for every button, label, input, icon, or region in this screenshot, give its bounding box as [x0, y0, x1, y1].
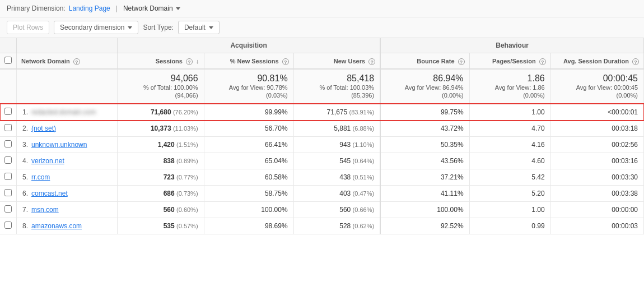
row-avg-cell: 00:00:03 [550, 218, 643, 234]
row-checkbox[interactable] [4, 156, 12, 164]
row-pct-new-cell: 100.00% [204, 202, 293, 218]
new-users-value: 438 [339, 173, 351, 181]
row-pct-new-cell: 58.75% [204, 186, 293, 202]
sessions-value: 10,373 [151, 124, 171, 132]
row-domain-link[interactable]: amazonaws.com [31, 222, 82, 230]
row-checkbox-cell [0, 137, 17, 153]
data-table: Acquisition Behaviour Network Domain ? S… [0, 38, 644, 234]
sessions-value: 838 [164, 157, 175, 165]
totals-row: 94,066 % of Total: 100.00% (94,066) 90.8… [0, 69, 644, 104]
row-domain-link[interactable]: msn.com [31, 206, 59, 214]
select-all-checkbox[interactable] [4, 57, 12, 64]
new-users-pct: (0.62%) [353, 223, 375, 229]
row-checkbox-cell [0, 202, 17, 218]
sessions-pct: (0.60%) [176, 206, 198, 213]
bounce-rate-col-header: Bounce Rate ? [380, 53, 469, 70]
row-bounce-cell: 92.52% [380, 218, 469, 234]
new-users-col-header: New Users ? [293, 53, 380, 70]
row-domain-link[interactable]: comcast.net [31, 190, 68, 197]
avg-session-help-icon[interactable]: ? [632, 58, 639, 65]
row-checkbox[interactable] [4, 108, 12, 115]
new-users-value: 943 [339, 141, 351, 149]
sessions-value: 686 [164, 190, 175, 197]
new-users-help-icon[interactable]: ? [368, 58, 375, 65]
row-avg-cell: <00:00:01 [550, 104, 643, 121]
plot-rows-button[interactable]: Plot Rows [7, 21, 49, 34]
totals-pages-cell: 1.86 Avg for View: 1.86 (0.00%) [469, 69, 550, 104]
row-checkbox[interactable] [4, 140, 12, 147]
table-row: 4.verizon.net838 (0.89%)65.04%545 (0.64%… [0, 153, 644, 169]
row-checkbox[interactable] [4, 173, 12, 180]
row-pct-new-cell: 99.99% [204, 104, 293, 121]
new-users-value: 528 [339, 222, 351, 230]
row-sessions-cell: 723 (0.77%) [118, 169, 204, 186]
acquisition-group-header: Acquisition [118, 38, 381, 53]
row-pages-cell: 0.99 [469, 218, 550, 234]
pages-session-help-icon[interactable]: ? [539, 58, 546, 65]
domain-group-header [17, 38, 118, 53]
row-sessions-cell: 560 (0.60%) [118, 202, 204, 218]
row-bounce-cell: 50.35% [380, 137, 469, 153]
row-pages-cell: 1.00 [469, 104, 550, 121]
sessions-sort-icon[interactable]: ↓ [196, 58, 199, 64]
row-domain-link[interactable]: (not set) [31, 124, 56, 132]
row-checkbox-cell [0, 153, 17, 169]
top-bar: Primary Dimension: Landing Page | Networ… [0, 0, 644, 17]
sessions-pct: (0.77%) [176, 174, 198, 181]
row-checkbox[interactable] [4, 222, 12, 229]
separator: | [116, 4, 118, 12]
network-domain-chevron-icon [176, 7, 180, 10]
sort-type-label: Sort Type: [143, 24, 173, 31]
row-avg-cell: 00:03:16 [550, 153, 643, 169]
row-bounce-cell: 43.72% [380, 121, 469, 137]
row-avg-cell: 00:03:18 [550, 121, 643, 137]
row-number: 3. [22, 141, 28, 149]
row-new-users-cell: 528 (0.62%) [293, 218, 380, 234]
row-checkbox-cell [0, 186, 17, 202]
row-checkbox-cell [0, 169, 17, 186]
row-number: 2. [22, 124, 28, 132]
row-avg-cell: 00:03:38 [550, 186, 643, 202]
row-checkbox[interactable] [4, 189, 12, 196]
pct-new-sessions-col-header: % New Sessions ? [204, 53, 293, 70]
sessions-help-icon[interactable]: ? [186, 58, 193, 65]
sort-default-button[interactable]: Default [178, 21, 220, 34]
row-new-users-cell: 943 (1.10%) [293, 137, 380, 153]
network-domain-help-icon[interactable]: ? [73, 58, 80, 65]
totals-sessions-cell: 94,066 % of Total: 100.00% (94,066) [118, 69, 204, 104]
row-pages-cell: 4.70 [469, 121, 550, 137]
table-row: 1.redacted.domain.com71,680 (76.20%)99.9… [0, 104, 644, 121]
pct-new-help-icon[interactable]: ? [282, 58, 289, 65]
row-domain-link[interactable]: verizon.net [31, 157, 64, 165]
sessions-value: 535 [164, 222, 175, 230]
row-avg-cell: 00:00:00 [550, 202, 643, 218]
row-number: 4. [22, 157, 28, 165]
row-domain-link[interactable]: rr.com [31, 173, 50, 181]
avg-session-col-header: Avg. Session Duration ? [550, 53, 643, 70]
row-domain-cell: 6.comcast.net [17, 186, 118, 202]
table-row: 8.amazonaws.com535 (0.57%)98.69%528 (0.6… [0, 218, 644, 234]
sort-default-chevron-icon [209, 26, 213, 29]
sessions-pct: (76.20%) [173, 109, 198, 116]
row-new-users-cell: 71,675 (83.91%) [293, 104, 380, 121]
row-sessions-cell: 535 (0.57%) [118, 218, 204, 234]
sessions-value: 723 [164, 173, 175, 181]
row-domain-link[interactable]: unknown.unknown [31, 141, 87, 149]
new-users-pct: (1.10%) [353, 141, 375, 148]
landing-page-link[interactable]: Landing Page [69, 4, 110, 12]
row-new-users-cell: 438 (0.51%) [293, 169, 380, 186]
network-domain-link[interactable]: Network Domain [123, 4, 180, 12]
network-domain-col-header: Network Domain ? [17, 53, 118, 70]
bounce-rate-help-icon[interactable]: ? [458, 58, 465, 65]
table-row: 3.unknown.unknown1,420 (1.51%)66.41%943 … [0, 137, 644, 153]
secondary-dimension-button[interactable]: Secondary dimension [54, 21, 138, 34]
table-row: 6.comcast.net686 (0.73%)58.75%403 (0.47%… [0, 186, 644, 202]
new-users-pct: (0.64%) [353, 158, 375, 164]
row-pages-cell: 5.42 [469, 169, 550, 186]
new-users-value: 5,881 [334, 124, 351, 132]
sessions-value: 71,680 [151, 108, 171, 116]
row-checkbox[interactable] [4, 205, 12, 213]
row-checkbox[interactable] [4, 124, 12, 131]
row-domain-cell: 4.verizon.net [17, 153, 118, 169]
row-checkbox-cell [0, 104, 17, 121]
